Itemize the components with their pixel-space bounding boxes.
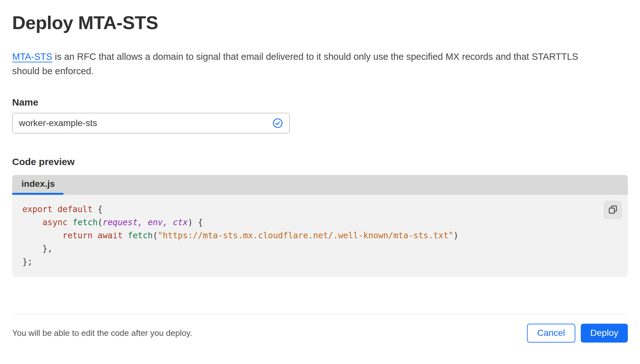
description-text-line2: should be enforced. (12, 66, 94, 76)
deploy-button[interactable]: Deploy (581, 324, 628, 343)
code-block: export default { async fetch(request, en… (12, 203, 628, 268)
code-preview-card: index.js export default { async fetch(re… (12, 175, 628, 277)
footer-note: You will be able to edit the code after … (12, 328, 192, 338)
mta-sts-link[interactable]: MTA-STS (12, 51, 52, 62)
description: MTA-STS is an RFC that allows a domain t… (12, 50, 624, 78)
tab-index-js[interactable]: index.js (12, 175, 63, 195)
description-text: is an RFC that allows a domain to signal… (52, 51, 578, 62)
code-tabbar: index.js (12, 175, 628, 195)
name-input-wrap (12, 113, 290, 133)
page-title: Deploy MTA-STS (12, 12, 628, 34)
copy-code-button[interactable] (604, 201, 622, 219)
copy-icon (609, 205, 617, 214)
name-label: Name (12, 97, 628, 108)
name-input[interactable] (12, 113, 290, 133)
code-area: export default { async fetch(request, en… (12, 195, 628, 277)
code-preview-label: Code preview (12, 156, 628, 167)
footer-actions: Cancel Deploy (527, 324, 628, 343)
deploy-mta-sts-page: Deploy MTA-STS MTA-STS is an RFC that al… (0, 12, 640, 343)
footer: You will be able to edit the code after … (12, 314, 628, 343)
cancel-button[interactable]: Cancel (527, 324, 575, 343)
check-circle-icon (273, 118, 283, 128)
